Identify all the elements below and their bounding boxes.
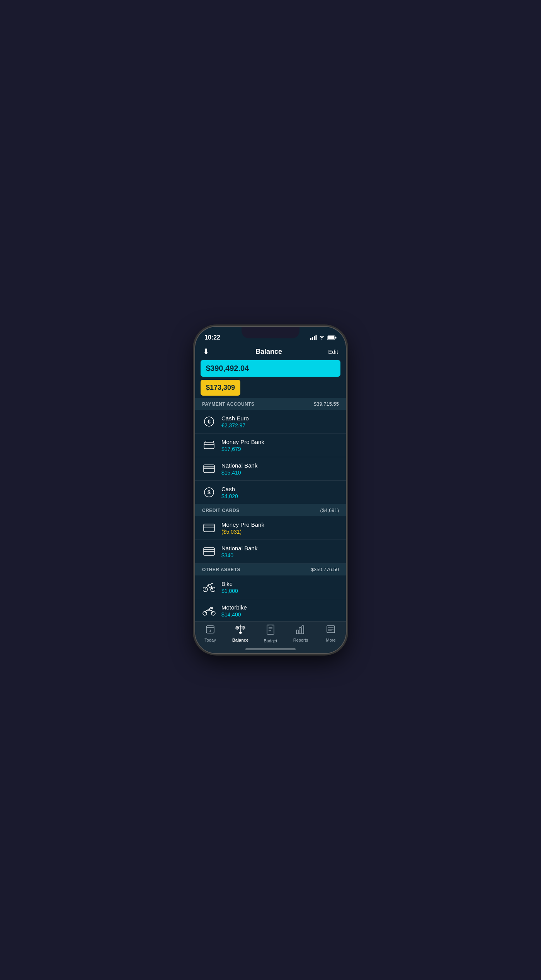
svg-rect-3 bbox=[316, 335, 317, 340]
svg-rect-1 bbox=[312, 337, 313, 340]
tab-reports[interactable]: Reports bbox=[286, 625, 316, 642]
cash-amount: $4,020 bbox=[221, 493, 339, 499]
home-indicator bbox=[245, 648, 296, 650]
tab-more[interactable]: More bbox=[316, 625, 346, 642]
account-row-money-pro-credit[interactable]: Money Pro Bank ($5,031) bbox=[195, 516, 346, 540]
account-row-cash-euro[interactable]: € Cash Euro €2,372.97 bbox=[195, 410, 346, 434]
motorbike-name: Motorbike bbox=[221, 604, 339, 611]
download-icon[interactable]: ⬇ bbox=[203, 347, 209, 356]
more-label: More bbox=[326, 638, 335, 642]
national-bank-credit-info: National Bank $340 bbox=[221, 545, 339, 558]
account-row-cash[interactable]: $ Cash $4,020 bbox=[195, 481, 346, 504]
phone-frame: 10:22 bbox=[195, 327, 346, 653]
status-time: 10:22 bbox=[204, 334, 220, 341]
cash-euro-info: Cash Euro €2,372.97 bbox=[221, 415, 339, 429]
bike-amount: $1,000 bbox=[221, 588, 339, 594]
battery-icon bbox=[327, 335, 337, 340]
svg-rect-2 bbox=[314, 336, 315, 340]
cash-name: Cash bbox=[221, 486, 339, 492]
national-bank-payment-name: National Bank bbox=[221, 462, 339, 469]
card-payment-icon bbox=[202, 462, 216, 476]
motorbike-info: Motorbike $14,400 bbox=[221, 604, 339, 618]
svg-rect-7 bbox=[328, 336, 335, 339]
svg-rect-42 bbox=[299, 628, 301, 634]
svg-rect-39 bbox=[239, 632, 242, 633]
svg-rect-0 bbox=[310, 338, 311, 340]
reports-label: Reports bbox=[293, 638, 308, 642]
header-title: Balance bbox=[255, 348, 282, 356]
budget-icon bbox=[266, 625, 275, 637]
account-row-national-bank-credit[interactable]: National Bank $340 bbox=[195, 540, 346, 563]
account-row-national-bank-payment[interactable]: National Bank $15,410 bbox=[195, 457, 346, 481]
motorbike-icon bbox=[202, 604, 216, 618]
payment-accounts-label: PAYMENT ACCOUNTS bbox=[202, 401, 255, 407]
national-bank-payment-amount: $15,410 bbox=[221, 470, 339, 476]
national-bank-credit-name: National Bank bbox=[221, 545, 339, 551]
accounts-scroll-area[interactable]: PAYMENT ACCOUNTS $39,715.55 € Cash Euro … bbox=[195, 398, 346, 621]
edit-button[interactable]: Edit bbox=[328, 348, 338, 355]
balance-icon bbox=[235, 625, 245, 636]
money-pro-credit-name: Money Pro Bank bbox=[221, 521, 339, 528]
today-icon: 1 bbox=[206, 625, 215, 636]
credit-cards-total: ($4,691) bbox=[320, 507, 339, 513]
euro-icon: € bbox=[202, 415, 216, 429]
svg-rect-10 bbox=[204, 443, 214, 449]
wallet-icon bbox=[202, 438, 216, 452]
national-bank-payment-info: National Bank $15,410 bbox=[221, 462, 339, 476]
card-credit-icon bbox=[202, 521, 216, 535]
payment-accounts-total: $39,715.55 bbox=[314, 401, 339, 407]
more-icon bbox=[326, 625, 335, 636]
budget-label: Budget bbox=[264, 639, 277, 643]
wifi-icon bbox=[319, 335, 325, 340]
credit-cards-header: CREDIT CARDS ($4,691) bbox=[195, 504, 346, 516]
cash-euro-name: Cash Euro bbox=[221, 415, 339, 422]
cash-icon: $ bbox=[202, 485, 216, 499]
cash-info: Cash $4,020 bbox=[221, 486, 339, 499]
svg-text:$: $ bbox=[208, 489, 211, 495]
money-pro-payment-info: Money Pro Bank $17,679 bbox=[221, 439, 339, 452]
signal-icon bbox=[310, 335, 317, 340]
svg-rect-41 bbox=[296, 630, 298, 634]
phone-screen: 10:22 bbox=[195, 327, 346, 653]
card-national-credit-icon bbox=[202, 545, 216, 558]
other-assets-total: $350,776.50 bbox=[311, 567, 339, 572]
national-bank-credit-amount: $340 bbox=[221, 552, 339, 558]
tab-today[interactable]: 1 Today bbox=[195, 625, 225, 642]
bike-name: Bike bbox=[221, 580, 339, 587]
svg-rect-40 bbox=[267, 625, 274, 634]
other-assets-header: OTHER ASSETS $350,776.50 bbox=[195, 563, 346, 575]
account-row-money-pro-payment[interactable]: Money Pro Bank $17,679 bbox=[195, 434, 346, 457]
balance-bars: $390,492.04 $173,309 bbox=[195, 360, 346, 398]
other-assets-label: OTHER ASSETS bbox=[202, 567, 240, 572]
status-icons bbox=[310, 335, 337, 340]
svg-rect-6 bbox=[335, 337, 337, 339]
payment-accounts-header: PAYMENT ACCOUNTS $39,715.55 bbox=[195, 398, 346, 410]
money-pro-credit-amount: ($5,031) bbox=[221, 529, 339, 535]
money-pro-payment-amount: $17,679 bbox=[221, 446, 339, 452]
money-pro-credit-info: Money Pro Bank ($5,031) bbox=[221, 521, 339, 535]
header: ⬇ Balance Edit bbox=[195, 344, 346, 360]
svg-point-4 bbox=[322, 339, 322, 340]
bike-info: Bike $1,000 bbox=[221, 580, 339, 594]
balance-label: Balance bbox=[232, 638, 248, 642]
cash-euro-amount: €2,372.97 bbox=[221, 422, 339, 429]
svg-text:1: 1 bbox=[209, 629, 211, 632]
bike-icon bbox=[202, 580, 216, 594]
tab-budget[interactable]: Budget bbox=[255, 625, 286, 643]
reports-icon bbox=[296, 625, 305, 636]
today-label: Today bbox=[204, 638, 216, 642]
notch bbox=[242, 327, 299, 338]
motorbike-amount: $14,400 bbox=[221, 611, 339, 618]
tab-balance[interactable]: Balance bbox=[225, 625, 255, 642]
svg-text:€: € bbox=[208, 418, 211, 425]
total-balance-cyan[interactable]: $390,492.04 bbox=[201, 360, 340, 377]
credit-cards-label: CREDIT CARDS bbox=[202, 508, 240, 513]
account-row-motorbike[interactable]: Motorbike $14,400 bbox=[195, 599, 346, 621]
money-pro-payment-name: Money Pro Bank bbox=[221, 439, 339, 445]
svg-rect-43 bbox=[302, 626, 304, 634]
account-row-bike[interactable]: Bike $1,000 bbox=[195, 575, 346, 599]
total-balance-yellow[interactable]: $173,309 bbox=[201, 380, 240, 396]
